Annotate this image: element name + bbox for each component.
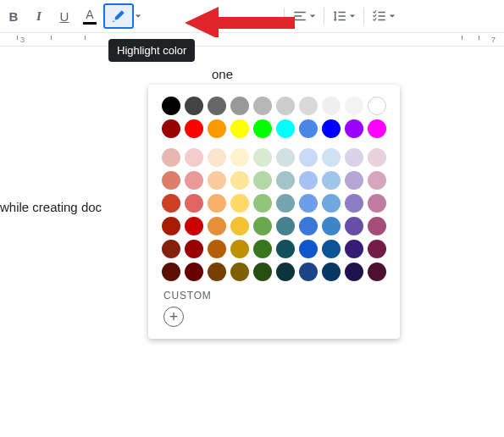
color-swatch[interactable] — [162, 240, 180, 258]
color-swatch[interactable] — [230, 171, 249, 190]
color-swatch[interactable] — [162, 119, 180, 138]
color-swatch[interactable] — [322, 171, 341, 190]
color-swatch[interactable] — [322, 148, 341, 167]
chevron-down-icon — [349, 13, 356, 19]
color-swatch[interactable] — [230, 263, 249, 281]
toolbar-separator — [324, 8, 324, 25]
bold-button[interactable]: B — [2, 5, 25, 27]
color-swatch[interactable] — [345, 171, 363, 190]
color-swatch[interactable] — [185, 263, 203, 281]
checklist-icon — [372, 8, 387, 24]
color-swatch[interactable] — [299, 217, 318, 235]
color-swatch[interactable] — [162, 263, 180, 281]
color-swatch[interactable] — [299, 171, 318, 190]
color-swatch[interactable] — [322, 217, 341, 235]
color-swatch[interactable] — [162, 148, 180, 167]
color-swatch[interactable] — [253, 240, 272, 258]
color-swatch[interactable] — [345, 119, 363, 138]
color-swatch[interactable] — [208, 171, 226, 190]
color-swatch[interactable] — [208, 217, 226, 235]
color-swatch[interactable] — [253, 119, 272, 138]
color-swatch[interactable] — [162, 217, 180, 235]
color-swatch[interactable] — [368, 240, 386, 258]
color-swatch[interactable] — [322, 240, 341, 258]
plus-icon: + — [169, 309, 179, 324]
color-swatch[interactable] — [345, 97, 363, 115]
color-swatch[interactable] — [276, 240, 295, 258]
color-swatch[interactable] — [162, 194, 180, 213]
color-swatch[interactable] — [345, 240, 363, 258]
color-swatch[interactable] — [368, 148, 386, 167]
underline-button[interactable]: U — [53, 5, 76, 27]
color-swatch[interactable] — [253, 148, 272, 167]
color-swatch[interactable] — [299, 97, 318, 115]
color-swatch[interactable] — [299, 119, 318, 138]
color-swatch[interactable] — [368, 263, 386, 281]
color-swatch[interactable] — [230, 194, 249, 213]
color-swatch[interactable] — [230, 119, 249, 138]
color-swatch[interactable] — [276, 119, 295, 138]
color-swatch[interactable] — [208, 194, 226, 213]
tooltip: Highlight color — [108, 39, 195, 62]
color-swatch[interactable] — [276, 171, 295, 190]
color-swatch[interactable] — [253, 97, 272, 115]
color-swatch[interactable] — [185, 171, 203, 190]
text-color-button[interactable]: A — [78, 5, 102, 27]
color-swatch-grid — [162, 97, 386, 281]
color-swatch[interactable] — [185, 97, 203, 115]
color-swatch[interactable] — [276, 263, 295, 281]
highlight-color-button[interactable] — [103, 3, 134, 29]
highlighter-icon — [111, 8, 126, 24]
italic-button[interactable]: I — [27, 5, 51, 27]
color-swatch[interactable] — [368, 119, 386, 138]
color-swatch[interactable] — [368, 97, 386, 115]
color-swatch[interactable] — [322, 194, 341, 213]
color-swatch[interactable] — [299, 240, 318, 258]
text-color-bar — [83, 22, 97, 25]
chevron-down-icon — [389, 13, 396, 19]
color-swatch[interactable] — [276, 148, 295, 167]
color-swatch[interactable] — [185, 240, 203, 258]
color-swatch[interactable] — [208, 263, 226, 281]
custom-section-label: CUSTOM — [163, 290, 386, 301]
color-swatch[interactable] — [253, 194, 272, 213]
color-swatch[interactable] — [299, 263, 318, 281]
color-swatch[interactable] — [185, 217, 203, 235]
color-swatch[interactable] — [185, 194, 203, 213]
color-swatch[interactable] — [345, 263, 363, 281]
color-swatch[interactable] — [322, 119, 341, 138]
color-swatch[interactable] — [276, 194, 295, 213]
color-swatch[interactable] — [253, 263, 272, 281]
color-swatch[interactable] — [276, 97, 295, 115]
checklist-button[interactable] — [368, 5, 399, 27]
color-swatch[interactable] — [322, 97, 341, 115]
color-swatch[interactable] — [368, 194, 386, 213]
color-swatch[interactable] — [299, 148, 318, 167]
color-swatch[interactable] — [253, 171, 272, 190]
color-swatch[interactable] — [208, 97, 226, 115]
color-swatch[interactable] — [208, 240, 226, 258]
color-swatch[interactable] — [230, 148, 249, 167]
color-swatch[interactable] — [345, 194, 363, 213]
color-swatch[interactable] — [345, 217, 363, 235]
line-spacing-button[interactable] — [329, 5, 359, 27]
annotation-arrow — [185, 7, 295, 37]
color-swatch[interactable] — [162, 97, 180, 115]
color-swatch[interactable] — [162, 171, 180, 190]
color-swatch[interactable] — [276, 217, 295, 235]
color-swatch[interactable] — [368, 217, 386, 235]
color-swatch[interactable] — [345, 148, 363, 167]
color-swatch[interactable] — [185, 119, 203, 138]
color-swatch[interactable] — [185, 148, 203, 167]
add-custom-color-button[interactable]: + — [163, 307, 184, 327]
color-swatch[interactable] — [299, 194, 318, 213]
color-swatch[interactable] — [208, 148, 226, 167]
color-swatch[interactable] — [253, 217, 272, 235]
color-swatch[interactable] — [208, 119, 226, 138]
color-swatch[interactable] — [368, 171, 386, 190]
color-swatch[interactable] — [230, 217, 249, 235]
color-swatch[interactable] — [322, 263, 341, 281]
dropdown-arrow-icon — [134, 6, 142, 26]
color-swatch[interactable] — [230, 97, 249, 115]
color-swatch[interactable] — [230, 240, 249, 258]
